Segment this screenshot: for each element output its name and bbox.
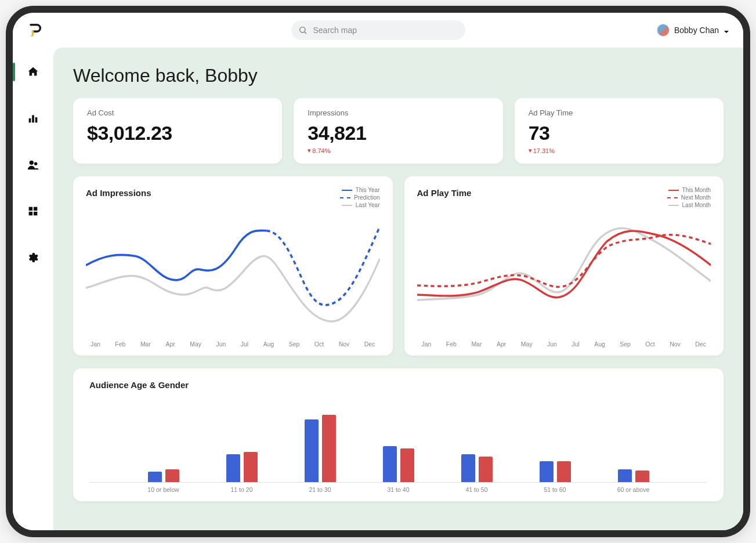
user-name: Bobby Chan xyxy=(674,26,719,35)
stat-delta-text: 17.31% xyxy=(533,147,555,154)
stat-label: Ad Cost xyxy=(87,108,268,117)
bar-chart xyxy=(89,396,707,483)
x-axis-tick: 10 or below xyxy=(140,486,187,493)
bar-group xyxy=(610,407,657,482)
svg-line-2 xyxy=(305,32,306,34)
bar-female xyxy=(244,452,258,482)
x-axis-labels: JanFebMarAprMayJunJulAugSepOctNovDec xyxy=(86,337,380,347)
bar-male xyxy=(461,454,475,482)
bar-male xyxy=(305,419,319,482)
bar-male xyxy=(148,472,162,482)
bar-female xyxy=(400,448,414,482)
x-axis-labels: JanFebMarAprMayJunJulAugSepOctNovDec xyxy=(417,337,711,347)
legend-label: Prediction xyxy=(354,194,379,201)
legend-label: This Month xyxy=(682,187,711,193)
bar-female xyxy=(479,457,493,482)
svg-rect-8 xyxy=(29,207,32,211)
stat-value: 34,821 xyxy=(308,122,489,144)
legend-label: This Year xyxy=(356,187,380,193)
chart-title: Ad Impressions xyxy=(86,188,380,198)
stat-value: $3,012.23 xyxy=(87,122,268,144)
avatar xyxy=(657,24,670,37)
svg-rect-4 xyxy=(32,115,34,123)
page-title: Welcome back, Bobby xyxy=(73,65,724,86)
line-chart-svg xyxy=(86,201,380,335)
caret-down-icon: ▾ xyxy=(529,147,532,154)
stat-cards-row: Ad Cost $3,012.23 Impressions 34,821 ▾ 8… xyxy=(73,98,724,164)
sidebar-item-analytics[interactable] xyxy=(13,106,53,131)
bar-group xyxy=(297,407,343,482)
chart-card-impressions: Ad Impressions This Year Prediction Last… xyxy=(73,176,393,356)
bar-male xyxy=(226,454,240,482)
bar-group xyxy=(375,407,422,482)
x-axis-tick: 51 to 60 xyxy=(532,486,578,493)
svg-point-7 xyxy=(34,162,38,165)
stat-card-playtime: Ad Play Time 73 ▾ 17.31% xyxy=(515,98,724,164)
chart-legend: This Month Next Month Last Month xyxy=(667,187,711,209)
bar-group xyxy=(219,407,265,482)
user-menu[interactable]: Bobby Chan xyxy=(657,24,729,37)
chevron-down-icon xyxy=(724,27,729,33)
stat-delta-text: 8.74% xyxy=(312,147,330,154)
chart-title: Audience Age & Gender xyxy=(89,380,707,390)
legend-label: Last Month xyxy=(682,202,711,208)
main-content: Welcome back, Bobby Ad Cost $3,012.23 Im… xyxy=(53,48,743,530)
bar-female xyxy=(165,469,179,482)
legend-label: Last Year xyxy=(356,202,380,208)
svg-rect-5 xyxy=(35,117,38,122)
svg-rect-11 xyxy=(34,212,37,215)
line-chart-svg xyxy=(417,201,711,335)
x-axis-tick: 11 to 20 xyxy=(219,486,265,493)
chart-card-audience: Audience Age & Gender 10 or below11 to 2… xyxy=(73,368,724,501)
chart-legend: This Year Prediction Last Year xyxy=(340,187,379,209)
tablet-frame: Bobby Chan Welcome back, Bob xyxy=(6,6,750,537)
bar-group xyxy=(454,407,500,482)
charts-row: Ad Impressions This Year Prediction Last… xyxy=(73,176,724,356)
x-axis-labels: 10 or below11 to 2021 to 3031 to 4041 to… xyxy=(89,483,707,493)
x-axis-tick: 31 to 40 xyxy=(375,486,422,493)
app-logo[interactable] xyxy=(27,22,43,38)
svg-rect-10 xyxy=(29,212,32,215)
stat-delta: ▾ 8.74% xyxy=(308,147,489,154)
bar-female xyxy=(557,461,571,482)
bar-male xyxy=(618,469,632,482)
stat-card-adcost: Ad Cost $3,012.23 xyxy=(73,98,282,164)
sidebar-item-home[interactable] xyxy=(13,59,53,85)
x-axis-tick: 41 to 50 xyxy=(454,486,500,493)
caret-down-icon: ▾ xyxy=(308,147,311,154)
bar-group xyxy=(532,407,578,482)
stat-delta: ▾ 17.31% xyxy=(529,147,710,154)
bar-female xyxy=(635,470,649,482)
svg-rect-3 xyxy=(29,118,31,122)
stat-value: 73 xyxy=(529,122,710,144)
sidebar-item-settings[interactable] xyxy=(13,245,53,270)
search-icon xyxy=(298,26,308,35)
bar-female xyxy=(322,415,336,482)
stat-card-impressions: Impressions 34,821 ▾ 8.74% xyxy=(294,98,502,164)
top-bar: Bobby Chan xyxy=(13,13,743,48)
stat-label: Impressions xyxy=(308,108,489,117)
x-axis-tick: 21 to 30 xyxy=(297,486,343,493)
chart-card-playtime: Ad Play Time This Month Next Month Last … xyxy=(404,176,724,356)
search-input[interactable] xyxy=(291,20,465,40)
sidebar-item-users[interactable] xyxy=(13,152,53,178)
bar-male xyxy=(383,446,397,482)
svg-rect-9 xyxy=(34,207,37,211)
sidebar-item-apps[interactable] xyxy=(13,198,53,224)
bar-male xyxy=(540,461,554,482)
search-container xyxy=(291,20,465,40)
sidebar xyxy=(13,48,53,530)
stat-label: Ad Play Time xyxy=(529,108,710,117)
x-axis-tick: 60 or above xyxy=(610,486,657,493)
svg-point-1 xyxy=(299,27,305,32)
legend-label: Next Month xyxy=(681,194,711,201)
bar-group xyxy=(140,407,187,482)
svg-point-6 xyxy=(30,161,34,165)
